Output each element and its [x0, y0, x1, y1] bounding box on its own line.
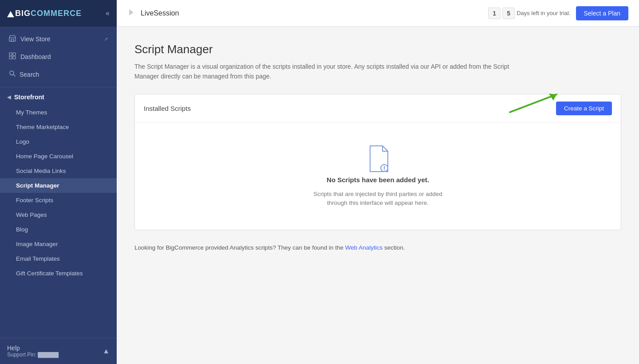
empty-state-desc: Scripts that are injected by third parti… — [307, 190, 449, 208]
trial-days-digit1: 1 — [488, 8, 501, 19]
installed-scripts-label: Installed Scripts — [144, 105, 191, 112]
sidebar-item-my-themes[interactable]: My Themes — [0, 105, 117, 120]
svg-rect-1 — [11, 39, 14, 41]
topbar-title: LiveSession — [141, 9, 483, 17]
sidebar-item-email-templates[interactable]: Email Templates — [0, 251, 117, 266]
sidebar-item-blog[interactable]: Blog — [0, 222, 117, 237]
topbar: LiveSession 1 5 Days left in your trial.… — [117, 0, 639, 27]
sidebar: BIGCOMMERCE « View Store ↗ Dashboard Sea… — [0, 0, 117, 364]
svg-line-9 — [510, 94, 556, 112]
page-title: Script Manager — [134, 43, 621, 56]
empty-state: No Scripts have been added yet. Scripts … — [135, 123, 621, 230]
analytics-note-prefix: Looking for BigCommerce provided Analyti… — [134, 244, 345, 251]
sidebar-item-view-store[interactable]: View Store ↗ — [0, 30, 117, 48]
sidebar-item-image-manager[interactable]: Image Manager — [0, 237, 117, 251]
sidebar-collapse-button[interactable]: « — [106, 9, 110, 17]
storefront-section-header[interactable]: ◀ Storefront — [0, 87, 117, 105]
sidebar-item-script-manager[interactable]: Script Manager — [0, 178, 117, 193]
empty-state-icon — [367, 145, 389, 170]
sidebar-item-theme-marketplace[interactable]: Theme Marketplace — [0, 120, 117, 134]
sidebar-item-search[interactable]: Search — [0, 66, 117, 83]
external-link-icon: ↗ — [104, 36, 108, 42]
dashboard-icon — [9, 52, 16, 61]
section-arrow-icon: ◀ — [7, 94, 11, 100]
trial-badge: 1 5 Days left in your trial. — [488, 8, 570, 19]
sidebar-header: BIGCOMMERCE « — [0, 0, 117, 27]
logo-text: BIGCOMMERCE — [15, 9, 82, 18]
footer-chevron-up-icon[interactable]: ▲ — [103, 347, 110, 355]
support-pin: Support Pin: ██████ — [7, 352, 59, 358]
sidebar-item-gift-certificate-templates[interactable]: Gift Certificate Templates — [0, 266, 117, 281]
search-icon — [9, 70, 16, 79]
sidebar-item-dashboard[interactable]: Dashboard — [0, 48, 117, 66]
storefront-label: Storefront — [14, 94, 44, 101]
support-pin-label: Support Pin: — [7, 352, 36, 358]
installed-scripts-box: Installed Scripts Create a Script — [134, 94, 621, 231]
analytics-note-suffix: section. — [383, 244, 405, 251]
trial-days-digit2: 5 — [502, 8, 515, 19]
storefront-section: ◀ Storefront My Themes Theme Marketplace… — [0, 87, 117, 338]
logo: BIGCOMMERCE — [7, 9, 82, 18]
page-description: The Script Manager is a visual organizat… — [134, 62, 534, 82]
store-icon — [9, 35, 16, 43]
svg-line-7 — [13, 74, 16, 77]
arrow-annotation — [505, 90, 568, 118]
sidebar-item-label: Search — [20, 71, 39, 78]
main-content: LiveSession 1 5 Days left in your trial.… — [117, 0, 639, 364]
sidebar-item-home-page-carousel[interactable]: Home Page Carousel — [0, 149, 117, 164]
sidebar-item-web-pages[interactable]: Web Pages — [0, 207, 117, 222]
web-analytics-link[interactable]: Web Analytics — [345, 244, 383, 251]
svg-rect-3 — [13, 53, 16, 55]
storefront-menu: My Themes Theme Marketplace Logo Home Pa… — [0, 105, 117, 281]
select-plan-button[interactable]: Select a Plan — [576, 6, 629, 20]
sidebar-top-nav: View Store ↗ Dashboard Search — [0, 27, 117, 87]
sidebar-item-footer-scripts[interactable]: Footer Scripts — [0, 193, 117, 207]
sidebar-item-social-media-links[interactable]: Social Media Links — [0, 164, 117, 178]
sidebar-item-label: Dashboard — [20, 53, 51, 60]
topbar-page-icon — [127, 8, 135, 18]
sidebar-item-label: View Store — [20, 35, 50, 43]
page-content-area: Script Manager The Script Manager is a v… — [117, 27, 639, 364]
svg-rect-0 — [9, 38, 16, 41]
sidebar-footer: Help Support Pin: ██████ ▲ — [0, 338, 117, 364]
sidebar-item-logo[interactable]: Logo — [0, 134, 117, 149]
help-label: Help — [7, 344, 59, 352]
svg-rect-4 — [9, 56, 12, 59]
trial-text: Days left in your trial. — [517, 10, 570, 16]
scripts-box-header: Installed Scripts Create a Script — [135, 94, 621, 123]
empty-state-title: No Scripts have been added yet. — [327, 176, 429, 184]
support-pin-value: ██████ — [38, 352, 59, 357]
svg-rect-2 — [9, 53, 12, 55]
svg-rect-5 — [13, 56, 16, 59]
svg-point-6 — [10, 71, 14, 75]
svg-point-13 — [384, 169, 385, 170]
svg-marker-8 — [129, 9, 134, 16]
analytics-note: Looking for BigCommerce provided Analyti… — [134, 243, 621, 252]
sidebar-footer-info: Help Support Pin: ██████ — [7, 344, 59, 358]
